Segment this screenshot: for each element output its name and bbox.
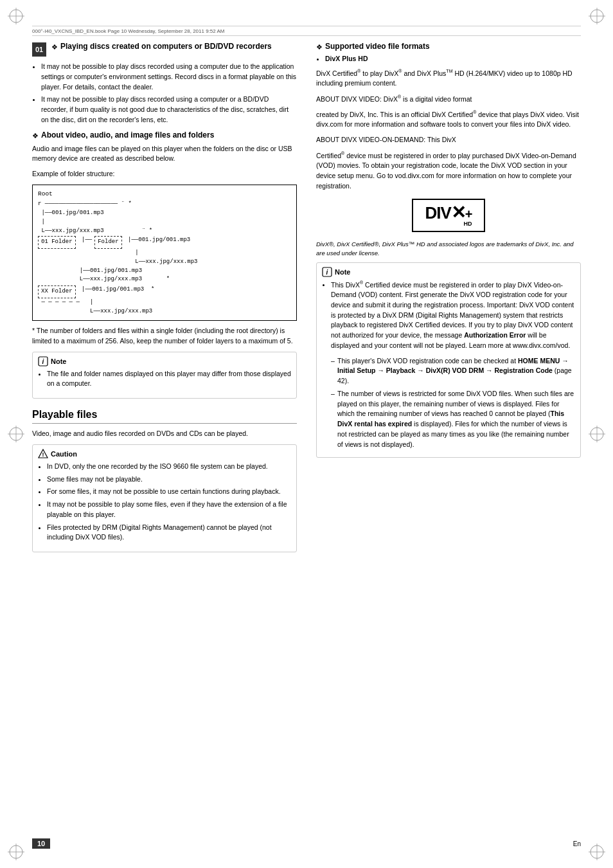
note-label-1: Note <box>51 357 66 365</box>
content-area: 01 ❖ Playing discs created on computers … <box>32 42 581 817</box>
page-lang: En <box>573 840 581 847</box>
note-bullets-1: The file and folder names displayed on t… <box>47 369 291 390</box>
caution-icon: ! <box>38 449 48 459</box>
divx-logo: DIV✕+ HD <box>316 199 581 232</box>
diamond-icon-3: ❖ <box>316 43 323 51</box>
diamond-icon-1: ❖ <box>51 43 58 51</box>
header-text: 000°-I40_VXCNS_IBD_EN.book Page 10 Wedne… <box>32 28 225 34</box>
section1-header: 01 ❖ Playing discs created on computers … <box>32 42 297 57</box>
note-box-2: i Note This DivX® Certified device must … <box>316 262 581 458</box>
note-item: The file and folder names displayed on t… <box>47 369 291 390</box>
section2-header: ❖ About video, audio, and image files an… <box>32 131 297 140</box>
folder-root-label: Root <box>38 189 291 199</box>
reg-mark-tl <box>6 6 26 26</box>
note-label-2: Note <box>335 268 350 276</box>
folder-tree: r ————————————————————— ¨ * |——001.jpg/0… <box>38 200 291 316</box>
caution-item: Files protected by DRM (Digital Rights M… <box>47 523 291 543</box>
reg-mark-mr <box>587 424 607 444</box>
right-column: ❖ Supported video file formats DivX Plus… <box>316 42 581 817</box>
section3-sub-list: DivX Plus HD <box>325 54 581 64</box>
svg-text:i: i <box>42 358 44 365</box>
footer: 10 En <box>32 838 581 849</box>
section3-title: Supported video file formats <box>325 42 430 51</box>
divx-trademark: DivX®, DivX Certified®, DivX Plus™ HD an… <box>316 240 581 257</box>
note-icon-2: i <box>322 267 332 277</box>
bullet-item: It may not be possible to play discs rec… <box>41 62 297 92</box>
note-header-2: i Note <box>322 267 575 277</box>
divx-body4: ABOUT DIVX VIDEO-ON-DEMAND: This DivX <box>316 135 581 145</box>
note2-bullets: This DivX® Certified device must be regi… <box>331 280 575 351</box>
playable-body: Video, image and audio files recorded on… <box>32 429 297 439</box>
reg-mark-ml <box>6 424 26 444</box>
caution-item: Some files may not be playable. <box>47 475 291 485</box>
page-num-badge: 10 <box>32 838 50 849</box>
divx-body1: DivX Certified® to play DivX® and DivX P… <box>316 68 581 89</box>
section3-header: ❖ Supported video file formats <box>316 42 581 51</box>
svg-text:!: ! <box>42 451 44 458</box>
caution-item: In DVD, only the one recorded by the ISO… <box>47 462 291 472</box>
reg-mark-tr <box>587 6 607 26</box>
section2-body: Audio and image files can be played on t… <box>32 144 297 165</box>
caution-bullets: In DVD, only the one recorded by the ISO… <box>47 462 291 543</box>
section-badge: 01 <box>32 42 46 57</box>
divx-body2: ABOUT DIVX VIDEO: DivX® is a digital vid… <box>316 94 581 104</box>
section1-title: Playing discs created on computers or BD… <box>60 42 272 51</box>
section3-sub: DivX Plus HD <box>325 54 581 64</box>
note-icon-1: i <box>38 356 48 366</box>
playable-title: Playable files <box>32 409 297 424</box>
folder-note: * The number of folders and files within… <box>32 326 297 347</box>
playable-section: Playable files Video, image and audio fi… <box>32 409 297 552</box>
caution-item: It may not be possible to play some file… <box>47 500 291 520</box>
section1-bullets: It may not be possible to play discs rec… <box>41 62 297 125</box>
caution-box: ! Caution In DVD, only the one recorded … <box>32 444 297 552</box>
section1-title-block: ❖ Playing discs created on computers or … <box>51 42 272 51</box>
divx-body5: Certified® device must be registered in … <box>316 150 581 192</box>
svg-text:i: i <box>326 269 328 276</box>
reg-mark-bl <box>6 842 26 862</box>
note-header-1: i Note <box>38 356 291 366</box>
divx-body3: created by DivX, Inc. This is an officia… <box>316 109 581 130</box>
section2-example: Example of folder structure: <box>32 169 297 179</box>
divx-logo-text: DIV✕+ <box>425 204 472 222</box>
header-bar: 000°-I40_VXCNS_IBD_EN.book Page 10 Wedne… <box>32 26 581 36</box>
reg-mark-br <box>587 842 607 862</box>
diamond-icon-2: ❖ <box>32 132 39 140</box>
left-column: 01 ❖ Playing discs created on computers … <box>32 42 297 817</box>
note-box-1: i Note The file and folder names display… <box>32 352 297 399</box>
section2-title: About video, audio, and image files and … <box>41 131 214 140</box>
caution-label: Caution <box>51 450 77 458</box>
folder-diagram: Root r ————————————————————— ¨ * |——001.… <box>32 185 297 321</box>
note2-dash-item-2: The number of views is restricted for so… <box>331 389 575 450</box>
note2-dash-list: This player's DivX VOD registration code… <box>331 356 575 450</box>
caution-item: For some files, it may not be possible t… <box>47 487 291 497</box>
note2-dash-item-1: This player's DivX VOD registration code… <box>331 356 575 386</box>
bullet-item: It may not be possible to play discs rec… <box>41 95 297 125</box>
caution-header: ! Caution <box>38 449 291 459</box>
note2-item-1: This DivX® Certified device must be regi… <box>331 280 575 351</box>
